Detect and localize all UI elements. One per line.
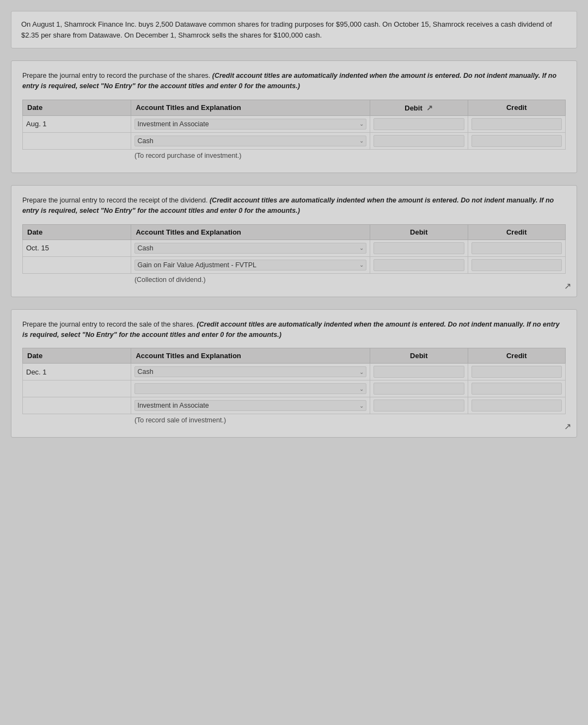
col-account-2: Account Titles and Explanation bbox=[131, 224, 370, 239]
account-select-2[interactable]: Cash No Entry Investment in Associate Ga… bbox=[137, 137, 357, 145]
debit-input-3b[interactable] bbox=[373, 383, 464, 395]
credit-cell-3c bbox=[468, 397, 565, 414]
col-account-1: Account Titles and Explanation bbox=[131, 100, 370, 115]
debit-input-3a[interactable] bbox=[373, 366, 464, 378]
debit-cell-2a bbox=[370, 239, 468, 256]
note-empty-2 bbox=[23, 273, 131, 286]
credit-input-2b[interactable] bbox=[471, 259, 562, 271]
account-select-wrap-1[interactable]: Investment in Associate No Entry Cash Ga… bbox=[134, 119, 366, 130]
date-empty-1 bbox=[23, 132, 131, 149]
section3-table: Date Account Titles and Explanation Debi… bbox=[22, 348, 566, 426]
credit-input-1a[interactable] bbox=[471, 118, 562, 130]
debit-input-2b[interactable] bbox=[373, 259, 464, 271]
date-empty-2 bbox=[23, 256, 131, 273]
col-date-3: Date bbox=[23, 348, 131, 364]
table-row: Gain on Fair Value Adjustment - FVTPL No… bbox=[23, 256, 566, 273]
account-select-wrap-4[interactable]: Gain on Fair Value Adjustment - FVTPL No… bbox=[134, 260, 366, 271]
section1-table: Date Account Titles and Explanation Debi… bbox=[22, 100, 566, 162]
date-oct15: Oct. 15 bbox=[23, 239, 131, 256]
credit-input-2a[interactable] bbox=[471, 242, 562, 254]
col-credit-2: Credit bbox=[468, 224, 565, 239]
col-debit-2: Debit bbox=[370, 224, 468, 239]
account-select-wrap-2[interactable]: Cash No Entry Investment in Associate Ga… bbox=[134, 136, 366, 146]
credit-cell-1a bbox=[468, 115, 565, 132]
debit-cell-1b bbox=[370, 132, 468, 149]
debit-input-1b[interactable] bbox=[373, 135, 464, 147]
col-account-3: Account Titles and Explanation bbox=[131, 348, 370, 364]
table-row: Aug. 1 Investment in Associate No Entry … bbox=[23, 115, 566, 132]
section3-card: Prepare the journal entry to record the … bbox=[11, 309, 577, 438]
note-row-2: (Collection of dividend.) bbox=[23, 273, 566, 286]
section3-instruction: Prepare the journal entry to record the … bbox=[22, 320, 566, 341]
corner-arrow-icon-3: ↗ bbox=[564, 421, 571, 432]
account-select-5[interactable]: Cash No Entry Investment in Associate Ga… bbox=[137, 368, 357, 376]
section1-card: Prepare the journal entry to record the … bbox=[11, 60, 577, 173]
date-empty-4 bbox=[23, 397, 131, 414]
account-select-7[interactable]: Investment in Associate No Entry Cash Ga… bbox=[137, 402, 357, 409]
credit-cell-3b bbox=[468, 380, 565, 397]
debit-cell-1a bbox=[370, 115, 468, 132]
credit-input-3a[interactable] bbox=[471, 366, 562, 378]
debit-cell-3b bbox=[370, 380, 468, 397]
note-row-3: (To record sale of investment.) bbox=[23, 414, 566, 427]
table-row: Cash No Entry Investment in Associate Ga… bbox=[23, 132, 566, 149]
col-credit-1: Credit bbox=[468, 100, 565, 115]
account-cell-7: Investment in Associate No Entry Cash Ga… bbox=[131, 397, 370, 414]
col-debit-1: Debit ↗ bbox=[370, 100, 468, 115]
date-dec1: Dec. 1 bbox=[23, 364, 131, 380]
account-select-wrap-6[interactable]: No Entry Cash Investment in Associate Ga… bbox=[134, 383, 366, 394]
account-select-wrap-5[interactable]: Cash No Entry Investment in Associate Ga… bbox=[134, 366, 366, 377]
credit-input-1b[interactable] bbox=[471, 135, 562, 147]
date-aug1: Aug. 1 bbox=[23, 115, 131, 132]
section1-instruction-plain: Prepare the journal entry to record the … bbox=[22, 72, 212, 79]
scenario-text: On August 1, Shamrock Finance Inc. buys … bbox=[21, 20, 552, 39]
section3-instruction-plain: Prepare the journal entry to record the … bbox=[22, 321, 197, 328]
note-empty-1 bbox=[23, 149, 131, 162]
account-select-wrap-7[interactable]: Investment in Associate No Entry Cash Ga… bbox=[134, 400, 366, 411]
chevron-down-icon: ⌄ bbox=[359, 386, 364, 392]
account-select-1[interactable]: Investment in Associate No Entry Cash Ga… bbox=[137, 120, 357, 128]
credit-cell-3a bbox=[468, 364, 565, 380]
credit-input-3c[interactable] bbox=[471, 400, 562, 411]
account-select-3[interactable]: Cash No Entry Investment in Associate Ga… bbox=[137, 244, 357, 252]
account-cell-6: No Entry Cash Investment in Associate Ga… bbox=[131, 380, 370, 397]
scenario-card: On August 1, Shamrock Finance Inc. buys … bbox=[11, 11, 577, 48]
table-row: Oct. 15 Cash No Entry Investment in Asso… bbox=[23, 239, 566, 256]
col-debit-3: Debit bbox=[370, 348, 468, 364]
debit-input-2a[interactable] bbox=[373, 242, 464, 254]
table-row: No Entry Cash Investment in Associate Ga… bbox=[23, 380, 566, 397]
col-credit-3: Credit bbox=[468, 348, 565, 364]
chevron-down-icon: ⌄ bbox=[359, 262, 364, 268]
chevron-down-icon: ⌄ bbox=[359, 245, 364, 251]
debit-input-3c[interactable] bbox=[373, 400, 464, 411]
debit-input-1a[interactable] bbox=[373, 118, 464, 130]
note-text-2: (Collection of dividend.) bbox=[131, 273, 566, 286]
note-text-1: (To record purchase of investment.) bbox=[131, 149, 566, 162]
section1-instruction: Prepare the journal entry to record the … bbox=[22, 71, 566, 92]
debit-cell-3a bbox=[370, 364, 468, 380]
table-row: Dec. 1 Cash No Entry Investment in Assoc… bbox=[23, 364, 566, 380]
credit-input-3b[interactable] bbox=[471, 383, 562, 395]
credit-cell-2a bbox=[468, 239, 565, 256]
col-date-2: Date bbox=[23, 224, 131, 239]
note-text-3: (To record sale of investment.) bbox=[131, 414, 566, 427]
corner-arrow-icon: ↗ bbox=[564, 281, 571, 291]
credit-cell-2b bbox=[468, 256, 565, 273]
chevron-down-icon: ⌄ bbox=[359, 403, 364, 409]
account-select-6[interactable]: No Entry Cash Investment in Associate Ga… bbox=[137, 385, 357, 392]
date-empty-3 bbox=[23, 380, 131, 397]
debit-sort-icon: ↗ bbox=[426, 103, 433, 112]
account-cell-5: Cash No Entry Investment in Associate Ga… bbox=[131, 364, 370, 380]
account-select-wrap-3[interactable]: Cash No Entry Investment in Associate Ga… bbox=[134, 243, 366, 254]
note-row-1: (To record purchase of investment.) bbox=[23, 149, 566, 162]
debit-cell-3c bbox=[370, 397, 468, 414]
section2-instruction-plain: Prepare the journal entry to record the … bbox=[22, 196, 210, 204]
account-cell-1: Investment in Associate No Entry Cash Ga… bbox=[131, 115, 370, 132]
section2-instruction: Prepare the journal entry to record the … bbox=[22, 195, 566, 217]
section2-card: Prepare the journal entry to record the … bbox=[11, 185, 577, 297]
note-empty-3 bbox=[23, 414, 131, 427]
account-cell-3: Cash No Entry Investment in Associate Ga… bbox=[131, 239, 370, 256]
account-cell-4: Gain on Fair Value Adjustment - FVTPL No… bbox=[131, 256, 370, 273]
section2-table: Date Account Titles and Explanation Debi… bbox=[22, 224, 566, 286]
account-select-4[interactable]: Gain on Fair Value Adjustment - FVTPL No… bbox=[137, 261, 357, 269]
